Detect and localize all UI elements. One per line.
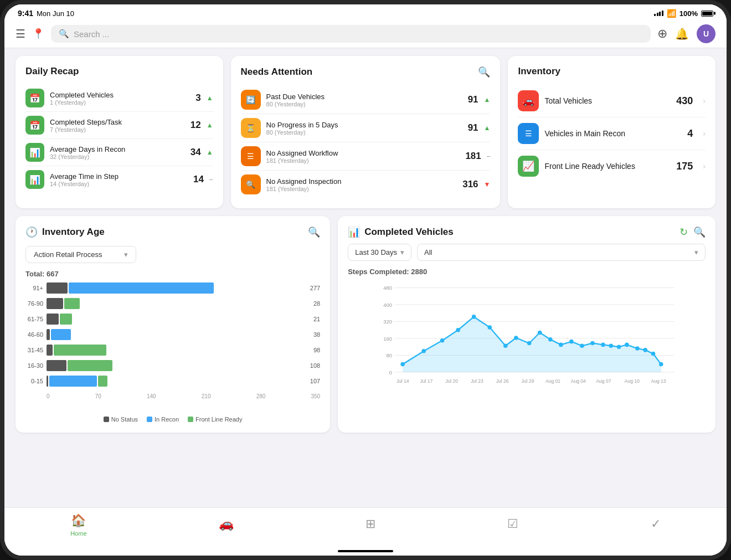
time-filter-dropdown[interactable]: Last 30 Days ▾ (348, 244, 411, 261)
svg-point-30 (625, 343, 629, 347)
steps-completed: Steps Completed: 2880 (348, 268, 706, 276)
svg-point-19 (514, 336, 518, 340)
time-display: 9:41 (18, 9, 33, 18)
attn-icon-3: ☰ (241, 146, 261, 166)
svg-point-31 (635, 346, 640, 351)
chart-legend: No Status In Recon Front Line Ready (25, 416, 320, 423)
tasks-icon: ☑ (507, 517, 518, 531)
completed-title-group: 📊 Completed Vehicles (348, 226, 454, 238)
needs-attention-search-icon[interactable]: 🔍 (478, 66, 490, 78)
svg-point-28 (609, 343, 614, 348)
completed-vehicles-card: 📊 Completed Vehicles ↻ 🔍 Last 30 Days ▾ (338, 216, 715, 433)
x-axis: 0 70 140 210 280 350 (25, 391, 320, 399)
recap-text-3: Average Days in Recon 32 (Yesterday) (50, 145, 185, 160)
inv-item-2[interactable]: ☰ Vehicles in Main Recon 4 › (518, 117, 706, 150)
attn-icon-4: 🔍 (241, 174, 261, 194)
nav-vehicles[interactable]: 🚗 (219, 517, 234, 533)
date-display: Mon Jun 10 (37, 9, 74, 18)
notification-icon[interactable]: 🔔 (675, 27, 689, 40)
bar-row-0-15: 0-15 107 (25, 376, 320, 387)
completed-search-icon[interactable]: 🔍 (693, 226, 706, 238)
attn-text-3: No Assigned Workflow 181 (Yesterday) (266, 149, 460, 164)
status-right: 📶 100% (654, 9, 713, 18)
time-filter-arrow: ▾ (400, 248, 404, 256)
total-count: Total: 667 (25, 270, 320, 278)
attn-icon-2: ⏳ (241, 118, 261, 138)
menu-icon[interactable]: ☰ (16, 27, 25, 40)
location-icon[interactable]: 📍 (32, 28, 44, 40)
nav-grid[interactable]: ⊞ (366, 517, 375, 533)
add-icon[interactable]: ⊕ (657, 27, 667, 41)
bar-nostatus-16-30 (47, 360, 66, 371)
attn-item-2: ⏳ No Progress in 5 Days 80 (Yesterday) 9… (241, 114, 491, 142)
inventory-card: Inventory 🚗 Total Vehicles 430 › ☰ Vehic… (508, 56, 715, 208)
svg-text:0: 0 (389, 369, 392, 376)
svg-point-32 (644, 348, 648, 352)
nav-bar: ☰ 📍 🔍 Search ... ⊕ 🔔 U (4, 20, 727, 48)
bar-inrecon-0-15 (49, 376, 97, 387)
recap-item-2: 📅 Completed Steps/Task 7 (Yesterday) 12 … (25, 112, 213, 139)
svg-text:400: 400 (383, 302, 392, 308)
legend-inrecon: In Recon (147, 416, 179, 423)
svg-text:Jul 20: Jul 20 (445, 378, 458, 384)
attn-item-3: ☰ No Assigned Workflow 181 (Yesterday) 1… (241, 142, 491, 171)
svg-text:Aug 10: Aug 10 (625, 378, 640, 384)
svg-point-24 (569, 340, 574, 344)
main-content: Daily Recap 📅 Completed Vehicles 1 (Yest… (4, 48, 727, 507)
attn-item-4: 🔍 No Assigned Inspection 181 (Yesterday)… (241, 171, 491, 198)
bar-frontline-61-75 (60, 314, 72, 325)
top-row: Daily Recap 📅 Completed Vehicles 1 (Yest… (16, 56, 715, 208)
daily-recap-title: Daily Recap (25, 66, 213, 77)
nav-actions: ⊕ 🔔 U (657, 24, 715, 43)
completed-vehicles-header: 📊 Completed Vehicles ↻ 🔍 (348, 226, 706, 238)
home-label: Home (70, 530, 86, 537)
search-bar[interactable]: 🔍 Search ... (51, 25, 651, 43)
inventory-age-header: 🕐 Inventory Age 🔍 (25, 226, 320, 238)
bar-nostatus-46-60 (47, 329, 50, 340)
inv-item-3[interactable]: 📈 Front Line Ready Vehicles 175 › (518, 150, 706, 182)
svg-text:80: 80 (387, 352, 393, 358)
battery-label: 100% (679, 9, 698, 18)
svg-point-26 (590, 341, 595, 346)
svg-point-25 (580, 343, 584, 348)
recap-icon-4: 📊 (25, 170, 44, 189)
nav-home[interactable]: 🏠 Home (70, 513, 86, 537)
category-filter-dropdown[interactable]: All ▾ (417, 244, 706, 261)
process-dropdown[interactable]: Action Retail Process ▾ (25, 246, 136, 263)
avatar[interactable]: U (697, 24, 715, 43)
recap-item-4: 📊 Average Time in Step 14 (Yesterday) 14… (25, 166, 213, 193)
refresh-icon[interactable]: ↻ (679, 226, 688, 238)
svg-point-14 (440, 338, 445, 343)
inventory-title: Inventory (518, 66, 706, 77)
inventory-age-title: Inventory Age (42, 227, 105, 238)
status-left: 9:41 Mon Jun 10 (18, 9, 74, 18)
inventory-age-search-icon[interactable]: 🔍 (308, 226, 320, 238)
bar-row-16-30: 16-30 108 (25, 360, 320, 371)
svg-text:Jul 17: Jul 17 (420, 378, 433, 384)
bar-nostatus-76-90 (47, 298, 63, 309)
status-bar: 9:41 Mon Jun 10 📶 100% (4, 4, 727, 20)
bar-frontline-76-90 (64, 298, 80, 309)
needs-attention-header: Needs Attention 🔍 (241, 66, 491, 78)
search-placeholder: Search ... (74, 29, 109, 39)
chevron-icon-2: › (703, 129, 706, 138)
bar-inrecon-46-60 (51, 329, 71, 340)
recap-item-3: 📊 Average Days in Recon 32 (Yesterday) 3… (25, 139, 213, 166)
line-chart-container: 480 400 320 160 80 0 (348, 282, 706, 395)
recap-items: 📅 Completed Vehicles 1 (Yesterday) 3 ▲ 📅 (25, 85, 213, 193)
svg-text:Jul 14: Jul 14 (397, 378, 409, 384)
search-icon-nav: 🔍 (59, 29, 69, 39)
recap-text-2: Completed Steps/Task 7 (Yesterday) (50, 118, 185, 133)
recap-icon-2: 📅 (25, 116, 44, 135)
svg-point-15 (456, 328, 460, 332)
chevron-icon-3: › (703, 162, 706, 171)
nav-tasks[interactable]: ☑ (507, 517, 518, 533)
nav-check[interactable]: ✓ (651, 517, 661, 533)
svg-text:160: 160 (383, 336, 392, 342)
bar-row-76-90: 76-90 28 (25, 298, 320, 309)
home-indicator (4, 548, 727, 556)
inv-item-1[interactable]: 🚗 Total Vehicles 430 › (518, 85, 706, 117)
svg-text:Jul 26: Jul 26 (496, 378, 509, 384)
home-bar (338, 550, 393, 552)
bar-frontline-0-15 (98, 376, 107, 387)
